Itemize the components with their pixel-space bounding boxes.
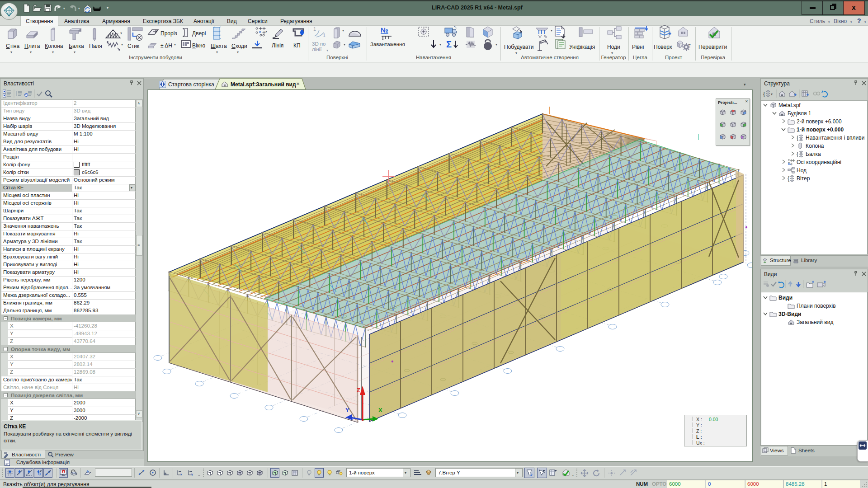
- svg-text:{: {: [797, 135, 798, 141]
- svg-text:x: x: [180, 472, 182, 476]
- svg-text:{: {: [788, 175, 789, 182]
- svg-text:Z: Z: [357, 387, 360, 394]
- svg-text:y: y: [191, 472, 193, 476]
- svg-text:{: {: [763, 90, 765, 97]
- svg-text:{: {: [797, 151, 798, 157]
- svg-text:X: X: [378, 407, 382, 413]
- svg-text:▾: ▾: [771, 92, 773, 96]
- svg-text:1: 1: [313, 26, 316, 32]
- svg-text:Y: Y: [345, 407, 349, 413]
- svg-text:№: №: [381, 26, 388, 34]
- svg-text:Σ: Σ: [446, 39, 452, 49]
- svg-text:1: 1: [323, 33, 326, 38]
